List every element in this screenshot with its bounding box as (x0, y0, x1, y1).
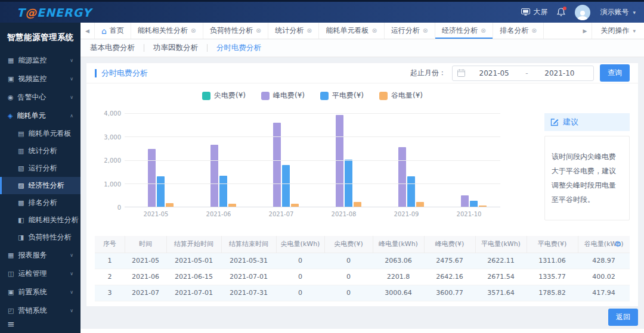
open-tabs-bar: ◀ ⌂首页能耗相关性分析⊗负荷特性分析⊗统计分析⊗能耗单元看板⊗运行分析⊗经济性… (80, 23, 644, 39)
economic-analysis-icon: ▨ (18, 182, 24, 189)
x-tick-label: 2021-07 (250, 211, 312, 217)
avatar[interactable] (575, 5, 590, 20)
video-monitoring-icon: ▣ (8, 75, 14, 83)
tab-energy-correlation[interactable]: 能耗相关性分析⊗ (131, 23, 203, 39)
end-month-value[interactable]: 2021-10 (531, 69, 589, 77)
close-icon[interactable]: ⊗ (371, 27, 377, 35)
table-settings-gear-icon[interactable]: ⚙ (614, 240, 621, 248)
column-header: 结算结束时间 (221, 236, 276, 253)
tab-energy-unit-board[interactable]: 能耗单元看板⊗ (319, 23, 384, 39)
table-row[interactable]: 42021-082021-08-012021-08-31003275.53930… (95, 301, 630, 306)
sidebar-collapse-toggle[interactable]: ≡ (7, 319, 15, 329)
tab-label: 排名分析 (500, 26, 528, 36)
tab-home[interactable]: ⌂首页 (94, 23, 131, 39)
table-row[interactable]: 22021-062021-06-152021-07-01002201.82642… (95, 269, 630, 285)
account-menu[interactable]: 演示账号 ▾ (600, 7, 636, 17)
billing-table-zone: 序号时间结算开始时间结算结束时间尖电量(kWh)尖电费(¥)峰电量(kWh)峰电… (95, 236, 630, 306)
tab-label: 首页 (110, 26, 124, 36)
legend-item[interactable]: 尖电费(¥) (202, 91, 246, 101)
start-month-value[interactable]: 2021-05 (465, 69, 523, 77)
sidebar-item-label: 运行分析 (28, 163, 57, 173)
subtab-power-factor[interactable]: 功率因数分析 (152, 43, 199, 53)
app-logo: T@ENERGY (17, 6, 91, 19)
front-system-icon: ▣ (8, 288, 14, 296)
sidebar-item-statistical-analysis[interactable]: ▥统计分析 (0, 142, 80, 160)
topbar-actions: 大屏 演示账号 ▾ (521, 5, 636, 20)
sidebar-item-operation-analysis[interactable]: ▧运行分析 (0, 160, 80, 177)
sidebar-item-ranking-analysis[interactable]: ▩排名分析 (0, 194, 80, 211)
big-screen-label: 大屏 (533, 7, 547, 17)
suggestion-title: 建议 (563, 117, 578, 127)
ranking-analysis-icon: ▩ (18, 199, 24, 207)
sidebar-item-report-service[interactable]: ▦报表服务∨ (0, 246, 80, 264)
tab-ranking[interactable]: 排名分析⊗ (493, 23, 544, 39)
sidebar-item-label: 统计分析 (28, 146, 57, 156)
subtab-basic-electricity-fee[interactable]: 基本电费分析 (89, 43, 136, 53)
table-cell: 417.94 (578, 285, 630, 301)
tab-economic[interactable]: 经济性分析⊗ (435, 23, 493, 39)
table-cell: 0 (276, 285, 324, 301)
close-icon[interactable]: ⊗ (306, 27, 312, 35)
tab-load-characteristic[interactable]: 负荷特性分析⊗ (203, 23, 268, 39)
sidebar-item-energy-correlation-analysis[interactable]: ◧能耗相关性分析 (0, 211, 80, 229)
tabs-scroll-left-icon[interactable]: ◀ (80, 23, 94, 39)
tab-operation[interactable]: 运行分析⊗ (385, 23, 435, 39)
table-cell: 2622.11 (475, 253, 527, 269)
sidebar-item-inspection-management[interactable]: ◫运检管理∨ (0, 264, 80, 283)
close-icon[interactable]: ⊗ (256, 27, 261, 35)
close-icon[interactable]: ⊗ (531, 27, 537, 35)
notification-bell-button[interactable] (557, 8, 565, 17)
title-accent-bar (95, 69, 97, 77)
tab-statistical[interactable]: 统计分析⊗ (268, 23, 319, 39)
table-cell: 0 (276, 269, 324, 285)
legend-item[interactable]: 平电费(¥) (320, 91, 364, 101)
big-screen-button[interactable]: 大屏 (521, 7, 547, 17)
legend-swatch (379, 92, 388, 100)
sidebar-item-label: 能耗相关性分析 (28, 215, 78, 225)
sidebar-item-marketing-system[interactable]: ◰营销系统∨ (0, 301, 80, 320)
y-tick-label: 4,000 (104, 110, 121, 117)
sidebar-item-energy-unit-board[interactable]: ▤能耗单元看板 (0, 125, 80, 142)
chevron-down-icon: ∨ (70, 290, 73, 295)
close-operations-menu[interactable]: 关闭操作 ▾ (592, 23, 644, 39)
sidebar-item-video-monitoring[interactable]: ▣视频监控∨ (0, 70, 80, 88)
sidebar-item-label: 经济性分析 (28, 180, 64, 191)
time-of-use-chart: 尖电费(¥)峰电费(¥)平电费(¥)谷电量(¥) 4,0003,0002,000… (95, 87, 512, 233)
legend-item[interactable]: 峰电费(¥) (261, 91, 305, 101)
energy-unit-board-icon: ▤ (18, 130, 24, 138)
close-icon[interactable]: ⊗ (191, 27, 196, 35)
sidebar-item-energy-monitoring[interactable]: ▦能源监控∨ (0, 51, 80, 70)
table-cell: 0 (276, 253, 324, 269)
close-icon[interactable]: ⊗ (481, 27, 486, 35)
sidebar-item-label: 负荷特性分析 (28, 232, 71, 242)
tab-label: 负荷特性分析 (210, 26, 253, 36)
content-card: 分时电费分析 起止月份： 2021-05 - 2021-10 查询 尖电费(¥)… (86, 63, 638, 306)
table-row[interactable]: 12021-052021-05-012021-05-31002063.06247… (95, 253, 630, 269)
table-cell: 0 (324, 301, 373, 306)
sidebar-item-front-system[interactable]: ▣前置系统∨ (0, 283, 80, 301)
sidebar-item-economic-analysis[interactable]: ▨经济性分析 (0, 177, 80, 194)
chart-bar (166, 203, 174, 207)
query-button[interactable]: 查询 (600, 64, 630, 82)
table-row[interactable]: 32021-072021-07-012021-07-31003000.64360… (95, 285, 630, 301)
table-cell: 2671.54 (475, 269, 527, 285)
close-icon[interactable]: ⊗ (423, 27, 428, 35)
footer-strip (80, 329, 644, 333)
table-cell: 2 (95, 269, 125, 285)
suggestion-text: 该时间段内尖峰电费大于平谷电费，建议调整尖峰时段用电量至平谷时段。 (544, 136, 630, 220)
table-cell: 3 (95, 285, 125, 301)
sidebar-item-energy-unit[interactable]: ◈能耗单元∧ (0, 107, 80, 125)
chart-bar (157, 176, 165, 207)
sidebar-item-alarm-center[interactable]: ◉告警中心∨ (0, 88, 80, 107)
table-cell: 2024.47 (527, 301, 578, 306)
sidebar-item-load-characteristic-analysis[interactable]: ◨负荷特性分析 (0, 229, 80, 246)
subtab-time-of-use-fee[interactable]: 分时电费分析 (215, 43, 262, 53)
table-cell: 2021-07-01 (166, 285, 221, 301)
logo-text: T (17, 6, 25, 19)
table-cell: 3930.16 (424, 301, 475, 306)
month-range-picker[interactable]: 2021-05 - 2021-10 (452, 66, 594, 81)
legend-item[interactable]: 谷电量(¥) (379, 91, 423, 101)
back-button[interactable]: 返回 (608, 309, 638, 326)
chevron-down-icon: ∨ (70, 271, 73, 276)
tabs-scroll-right-icon[interactable]: ▶ (578, 23, 592, 39)
